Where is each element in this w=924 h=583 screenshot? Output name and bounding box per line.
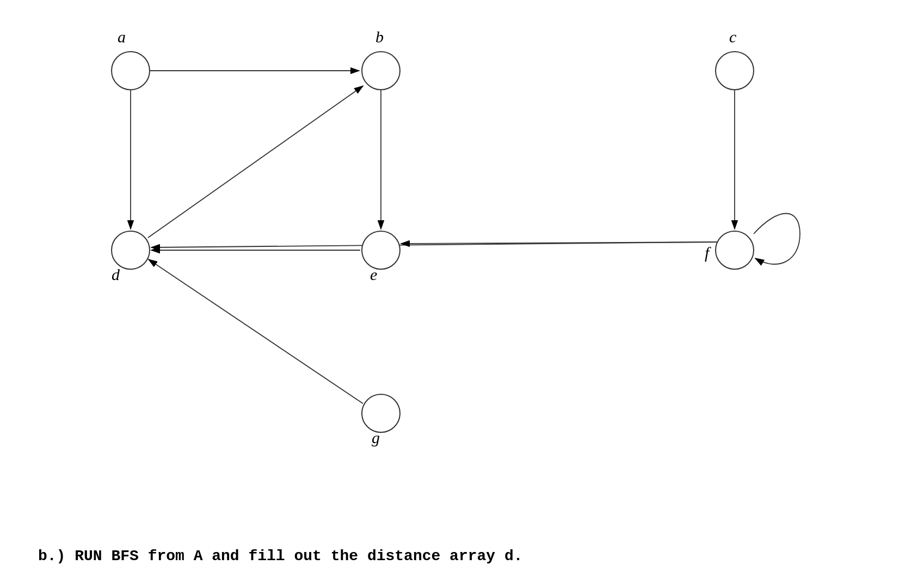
label-b: b: [375, 28, 384, 46]
instruction-text: b.) RUN BFS from A and fill out the dist…: [38, 548, 523, 565]
edge-f-self: [754, 214, 800, 264]
graph-container: a b c d e f g b.) RUN BFS from A and fil…: [0, 0, 924, 583]
node-b: [362, 52, 400, 90]
node-a: [112, 52, 150, 90]
graph-svg: a b c d e f g b.) RUN BFS from A and fil…: [0, 0, 924, 583]
node-c: [716, 52, 754, 90]
node-d: [112, 231, 150, 269]
label-a: a: [118, 28, 126, 46]
node-e: [362, 231, 400, 269]
edge-g-d: [149, 259, 363, 404]
label-f: f: [705, 244, 711, 262]
label-g: g: [372, 429, 380, 446]
node-f: [716, 231, 754, 269]
label-c: c: [729, 28, 736, 46]
label-e: e: [370, 265, 377, 283]
node-g: [362, 394, 400, 432]
label-d: d: [112, 265, 120, 283]
edge-d-b: [148, 86, 363, 238]
